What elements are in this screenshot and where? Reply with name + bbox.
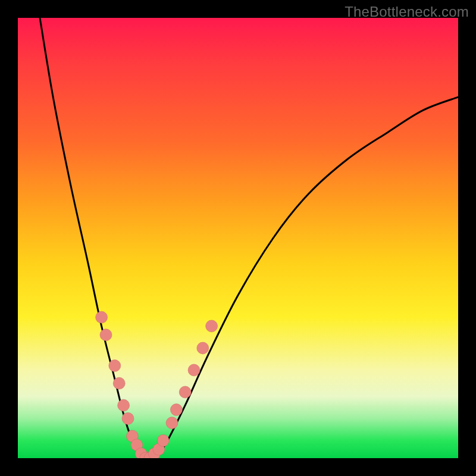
sample-dot [96,311,108,323]
bottleneck-curve [40,18,458,458]
sample-dot [166,417,178,429]
sample-dot [157,434,169,446]
chart-frame: TheBottleneck.com [0,0,476,476]
sample-dot [170,404,182,416]
sample-dot [118,399,130,411]
sample-dot [188,364,200,376]
sample-dot [100,329,112,341]
sample-dots-group [96,311,218,458]
sample-dot [113,377,125,389]
curve-svg [18,18,458,458]
sample-dot [109,360,121,372]
plot-area [18,18,458,458]
sample-dot [179,386,191,398]
sample-dot [197,342,209,354]
sample-dot [122,412,134,424]
sample-dot [206,320,218,332]
